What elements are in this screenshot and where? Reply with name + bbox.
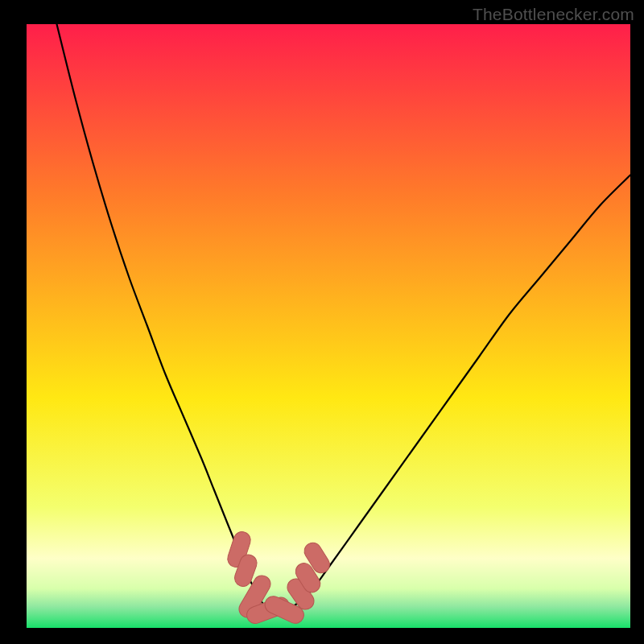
chart-frame: TheBottlenecker.com (0, 0, 644, 644)
watermark-text: TheBottlenecker.com (473, 5, 634, 24)
plot-background (27, 24, 630, 628)
bottleneck-plot (27, 24, 630, 628)
